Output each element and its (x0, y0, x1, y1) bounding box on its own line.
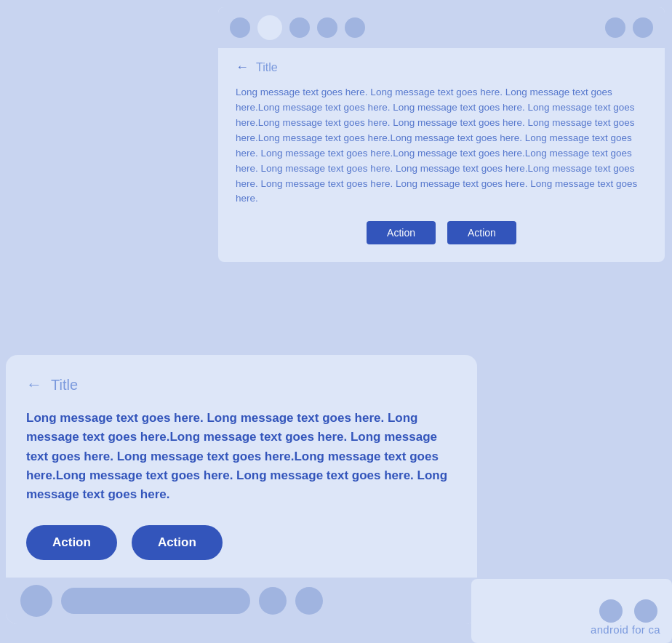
desktop-card: ← Title Long message text goes here. Lon… (218, 7, 665, 262)
topbar-dot-5 (345, 17, 365, 38)
desktop-title: Title (256, 61, 278, 74)
mobile-bottom-dot2 (259, 587, 287, 615)
mobile-back-arrow[interactable]: ← (26, 375, 42, 394)
mobile-inner: ← Title Long message text goes here. Lon… (6, 355, 477, 578)
desktop-topbar (218, 7, 665, 48)
mobile-action2-button[interactable]: Action (132, 525, 223, 560)
mobile-card: ← Title Long message text goes here. Lon… (6, 355, 477, 624)
topbar-dot-7 (633, 17, 653, 38)
mobile-bottom-bar (6, 578, 477, 624)
watermark: android for ca (591, 623, 660, 636)
mobile-bottom-dot (20, 585, 52, 617)
right-card-dot2 (634, 599, 657, 623)
mobile-bottom-dot3 (295, 587, 323, 615)
mobile-titlebar: ← Title (26, 375, 457, 394)
mobile-actions: Action Action (26, 525, 457, 560)
mobile-title: Title (51, 377, 78, 394)
mobile-action1-button[interactable]: Action (26, 525, 117, 560)
right-card-dot1 (599, 599, 623, 623)
topbar-dot-4 (317, 17, 337, 38)
topbar-dot-1 (230, 17, 250, 38)
mobile-body-text: Long message text goes here. Long messag… (26, 409, 457, 505)
topbar-dot-3 (289, 17, 310, 38)
desktop-actions: Action Action (236, 221, 647, 244)
desktop-action1-button[interactable]: Action (367, 221, 436, 244)
topbar-dot-2 (257, 15, 282, 40)
desktop-body-text: Long message text goes here. Long messag… (236, 85, 647, 207)
topbar-dot-6 (605, 17, 625, 38)
desktop-content: ← Title Long message text goes here. Lon… (218, 48, 665, 262)
desktop-action2-button[interactable]: Action (447, 221, 516, 244)
desktop-titlebar: ← Title (236, 60, 647, 75)
desktop-back-arrow[interactable]: ← (236, 60, 249, 75)
mobile-bottom-pill (61, 588, 250, 614)
